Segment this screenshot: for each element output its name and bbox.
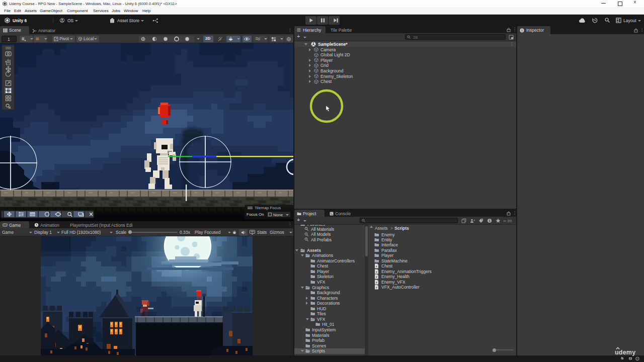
svg-text:#: # bbox=[376, 286, 377, 289]
svg-text:#: # bbox=[376, 270, 377, 273]
svg-text:#: # bbox=[376, 281, 377, 284]
svg-text:#: # bbox=[376, 265, 377, 268]
svg-text:#: # bbox=[376, 276, 377, 279]
